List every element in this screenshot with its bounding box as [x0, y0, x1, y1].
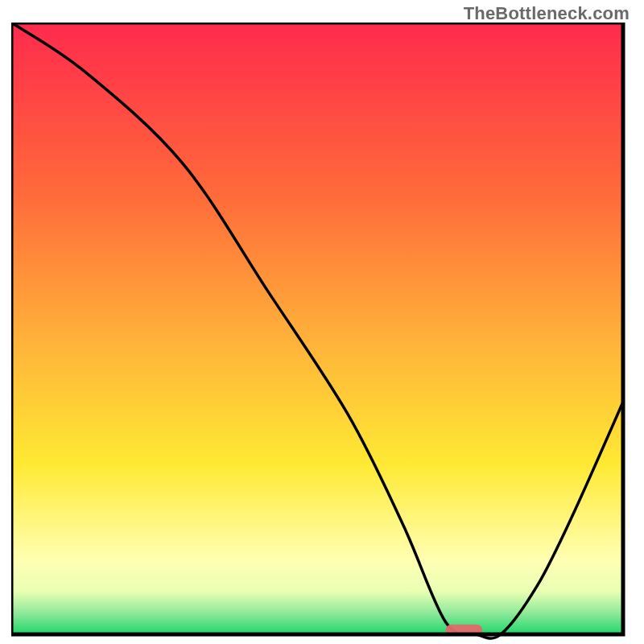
- watermark-text: TheBottleneck.com: [464, 3, 630, 24]
- heatmap-background: [11, 23, 623, 634]
- bottleneck-chart: [11, 23, 633, 644]
